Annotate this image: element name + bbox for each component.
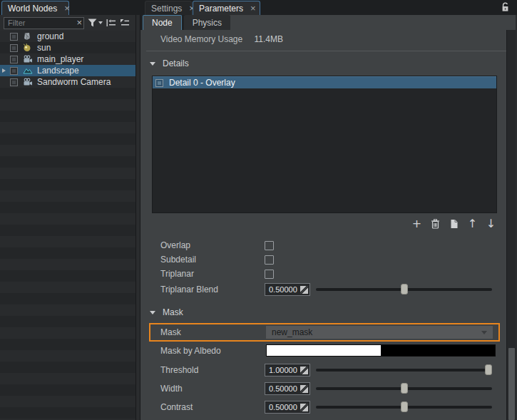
tree-item-landscape[interactable]: Landscape — [0, 65, 135, 76]
value-drag-icon[interactable] — [300, 404, 308, 411]
triplanar-blend-row: Triplanar Blend — [160, 283, 265, 296]
duplicate-icon[interactable] — [448, 217, 460, 230]
tab-node-label: Node — [152, 18, 173, 28]
chevron-down-icon — [150, 62, 155, 66]
chevron-right-icon — [2, 68, 6, 73]
tree-item-label: main_player — [37, 54, 83, 64]
node-checkbox[interactable] — [10, 78, 18, 86]
expand-caret[interactable] — [2, 68, 10, 73]
tab-world-nodes[interactable]: World Nodes × — [1, 1, 69, 15]
contrast-row: Contrast — [160, 401, 265, 414]
mask-by-albedo-row: Mask by Albedo — [160, 344, 265, 357]
subdetail-checkbox[interactable] — [265, 255, 274, 265]
parameters-panel: Node Physics Video Memory Usage 11.4MB D… — [140, 15, 517, 420]
slider-handle[interactable] — [401, 401, 408, 412]
scrollbar-thumb[interactable] — [508, 348, 515, 420]
tab-settings-label: Settings — [151, 4, 182, 14]
details-section-header[interactable]: Details — [150, 58, 189, 68]
world-nodes-panel: × — [0, 15, 135, 420]
width-spinbox[interactable]: 0.50000 — [265, 382, 310, 395]
chevron-down-icon — [481, 331, 487, 334]
clear-filter-icon[interactable]: × — [76, 17, 82, 29]
camera-icon — [23, 78, 33, 86]
collapse-hierarchy-icon[interactable] — [106, 17, 116, 29]
tree-item-ground[interactable]: ground — [0, 31, 135, 42]
overlap-checkbox[interactable] — [265, 241, 274, 250]
width-row: Width — [160, 382, 265, 395]
move-down-icon[interactable]: ↓ — [485, 217, 497, 230]
node-checkbox[interactable] — [10, 56, 18, 63]
video-memory-value: 11.4MB — [255, 34, 283, 44]
details-section-title: Details — [163, 58, 189, 68]
node-checkbox[interactable] — [10, 67, 18, 75]
unlock-icon[interactable] — [499, 1, 511, 14]
tab-world-nodes-label: World Nodes — [8, 4, 57, 14]
contrast-slider[interactable] — [316, 401, 492, 414]
tab-physics[interactable]: Physics — [184, 15, 230, 30]
delete-icon[interactable] — [429, 217, 441, 230]
details-toolbar: + ↑ ↓ — [140, 217, 497, 230]
node-checkbox[interactable] — [10, 44, 18, 52]
slider-handle[interactable] — [401, 383, 408, 394]
triplanar-blend-label: Triplanar Blend — [160, 285, 265, 294]
tab-node[interactable]: Node — [143, 15, 182, 30]
detail-list-item[interactable]: Detail 0 - Overlay — [153, 76, 496, 88]
chevron-down-icon — [150, 311, 155, 314]
width-label: Width — [160, 384, 265, 394]
slider-handle[interactable] — [401, 284, 408, 294]
close-icon[interactable]: × — [64, 4, 70, 13]
value-drag-icon[interactable] — [300, 367, 308, 374]
triplanar-label: Triplanar — [160, 269, 265, 279]
value-drag-icon[interactable] — [300, 286, 308, 294]
threshold-spinbox[interactable]: 1.00000 — [265, 364, 310, 377]
mask-section-header[interactable]: Mask — [150, 307, 183, 317]
landscape-icon — [23, 66, 33, 75]
mask-label: Mask — [160, 327, 265, 337]
node-tree: ground sun main_player — [0, 31, 135, 420]
tab-parameters[interactable]: Parameters × — [193, 1, 260, 15]
triplanar-blend-slider[interactable] — [316, 283, 492, 296]
mask-dropdown[interactable]: new_mask — [266, 326, 493, 339]
value-drag-icon[interactable] — [300, 385, 308, 393]
tree-item-label: sun — [37, 43, 51, 53]
triplanar-blend-spinbox[interactable]: 0.50000 — [265, 283, 310, 296]
mask-by-albedo-gradient[interactable] — [266, 344, 496, 357]
node-checkbox[interactable] — [10, 33, 18, 41]
filter-input[interactable] — [4, 17, 84, 29]
tree-item-sun[interactable]: sun — [0, 42, 135, 53]
contrast-label: Contrast — [160, 402, 265, 412]
expand-hierarchy-icon[interactable] — [120, 17, 130, 29]
filter-field-wrap: × — [4, 17, 84, 29]
tab-parameters-label: Parameters — [199, 4, 243, 14]
triplanar-row: Triplanar — [160, 267, 274, 280]
video-memory-row: Video Memory Usage 11.4MB — [160, 34, 283, 44]
tab-physics-label: Physics — [193, 18, 222, 28]
overlap-label: Overlap — [160, 240, 265, 250]
contrast-value: 0.50000 — [269, 403, 300, 411]
triplanar-checkbox[interactable] — [265, 270, 274, 279]
mask-dropdown-value: new_mask — [272, 327, 481, 337]
vertical-scrollbar[interactable] — [506, 30, 516, 420]
contrast-spinbox[interactable]: 0.50000 — [265, 401, 310, 414]
detail-checkbox[interactable] — [155, 79, 163, 87]
light-icon — [23, 43, 33, 52]
filter-funnel-icon[interactable] — [88, 17, 103, 29]
panel-splitter[interactable] — [135, 15, 140, 420]
threshold-slider[interactable] — [316, 364, 492, 377]
overlap-row: Overlap — [160, 239, 274, 252]
add-icon[interactable]: + — [411, 217, 423, 230]
close-icon[interactable]: × — [250, 4, 256, 13]
move-up-icon[interactable]: ↑ — [466, 217, 478, 230]
slider-track[interactable] — [316, 369, 492, 372]
slider-handle[interactable] — [485, 364, 492, 375]
tree-item-sandworm-camera[interactable]: Sandworm Camera — [0, 76, 135, 88]
tree-item-label: Landscape — [37, 66, 79, 76]
subdetail-row: Subdetail — [160, 253, 274, 266]
chevron-down-icon — [98, 21, 103, 24]
subdetail-label: Subdetail — [160, 255, 265, 265]
threshold-row: Threshold — [160, 364, 265, 377]
tab-settings[interactable]: Settings × — [145, 1, 192, 15]
tree-item-main-player[interactable]: main_player — [0, 53, 135, 65]
width-slider[interactable] — [316, 382, 492, 395]
threshold-value: 1.00000 — [269, 366, 300, 374]
